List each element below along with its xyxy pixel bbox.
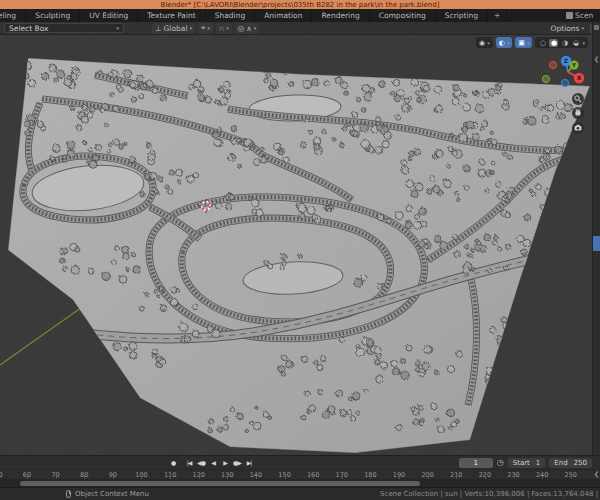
current-frame-field[interactable]: 1 xyxy=(459,458,493,468)
expand-panel-arrow[interactable]: ❮ xyxy=(594,55,599,62)
chevron-down-icon: ▾ xyxy=(226,25,229,31)
workspace-tabs: ModelingSculptingUV EditingTexture Paint… xyxy=(0,9,507,22)
scene-icon xyxy=(566,12,573,19)
playback-controls: ●|◀◀●◀▶●▶▶| xyxy=(168,457,254,468)
viewport-scene[interactable]: Z Y X xyxy=(0,35,600,455)
ruler-frame-label: 50 xyxy=(0,471,9,479)
scrollbar-thumb[interactable] xyxy=(20,481,420,486)
options-dropdown[interactable]: Options ▾ xyxy=(551,24,584,33)
svg-text:Z: Z xyxy=(564,57,569,64)
scene-stats: Scene Collection | sun | Verts:10,396,00… xyxy=(380,490,598,498)
axis-y-neg-handle[interactable] xyxy=(542,75,549,82)
snapping-dropdown[interactable]: ∩ ▾ xyxy=(216,23,232,34)
transform-orientation-dropdown[interactable]: ⊥ Global ▾ xyxy=(152,23,195,34)
shading-material-preview-button[interactable]: ◑ xyxy=(560,39,569,47)
frame-range-controls: 1 ◷ Start 1 End 250 xyxy=(459,458,592,468)
proportional-icon: ◎ xyxy=(238,24,245,33)
scene-selector[interactable]: Scen xyxy=(566,9,600,22)
chevron-down-icon[interactable]: ▾ xyxy=(582,40,585,46)
shading-rendered-button[interactable]: ◒ xyxy=(571,39,580,47)
workspace-tab-rendering[interactable]: Rendering xyxy=(312,9,369,22)
chevron-down-icon: ▾ xyxy=(507,40,510,46)
overlays-icon: ◐ xyxy=(499,39,505,47)
start-value: 1 xyxy=(536,459,540,467)
axis-x-neg-handle[interactable] xyxy=(549,61,556,68)
svg-text:X: X xyxy=(577,74,582,81)
chevron-down-icon: ▾ xyxy=(254,25,257,31)
xray-icon: ▣ xyxy=(518,39,525,47)
tool-header: Select Box ▾ ⊥ Global ▾ ⌖ ▾ ∩ ▾ ◎ ∧ ▾ xyxy=(0,22,600,35)
active-tool-label: Select Box xyxy=(9,24,48,33)
auto-key-button[interactable]: ● xyxy=(168,457,178,468)
topbar: ModelingSculptingUV EditingTexture Paint… xyxy=(0,9,600,22)
end-label: End xyxy=(554,459,567,467)
active-tool-dropdown[interactable]: Select Box ▾ xyxy=(4,23,124,33)
workspace-tab-texture-paint[interactable]: Texture Paint xyxy=(138,9,205,22)
play-button[interactable]: ▶ xyxy=(220,457,230,468)
nav-buttons xyxy=(572,93,584,134)
header-middle-cluster: ⊥ Global ▾ ⌖ ▾ ∩ ▾ ◎ ∧ ▾ xyxy=(152,23,259,34)
chevron-down-icon: ▾ xyxy=(527,40,530,46)
shading-mode-group: ○●◑◒▾ xyxy=(535,37,588,48)
workspace-tab-sculpting[interactable]: Sculpting xyxy=(26,9,80,22)
chevron-down-icon: ▾ xyxy=(189,25,192,31)
show-overlays-toggle[interactable]: ◐ ▾ xyxy=(496,37,513,48)
zoom-button[interactable] xyxy=(572,93,584,105)
editor-icon xyxy=(594,25,599,30)
end-frame-field[interactable]: End 250 xyxy=(549,458,592,468)
show-gizmo-dropdown[interactable]: ◉ ▾ xyxy=(476,37,493,48)
shading-solid-button[interactable]: ● xyxy=(549,39,558,47)
right-region-strip: ❮ xyxy=(592,22,600,455)
viewport-3d[interactable]: ◉ ▾ ◐ ▾ ▣ ▾ ○●◑◒▾ xyxy=(0,35,600,455)
workspace-tab-animation[interactable]: Animation xyxy=(255,9,312,22)
timeline-ruler[interactable]: 5060708090100110120130140150160170180190… xyxy=(0,469,600,479)
jump-to-end-button[interactable]: ▶| xyxy=(244,457,254,468)
window-titlebar: Blender* [C:\LAVORI\Blender\projects\035… xyxy=(0,0,600,9)
workspace-tab-scripting[interactable]: Scripting xyxy=(436,9,488,22)
axis-z-neg-handle[interactable] xyxy=(561,79,568,86)
sidebar-active-tab[interactable] xyxy=(593,236,600,251)
timeline-header: ●|◀◀●◀▶●▶▶| 1 ◷ Start 1 End 250 xyxy=(0,455,600,469)
orientation-icon: ⊥ xyxy=(155,24,162,33)
workspace-tab-uv-editing[interactable]: UV Editing xyxy=(80,9,138,22)
timeline-scrollbar[interactable] xyxy=(0,479,600,487)
camera-view-button[interactable] xyxy=(572,122,584,134)
prev-keyframe-button[interactable]: ◀● xyxy=(196,457,206,468)
play-reverse-button[interactable]: ◀ xyxy=(208,457,218,468)
workspace-tab-modeling[interactable]: Modeling xyxy=(0,9,26,22)
proportional-editing-dropdown[interactable]: ◎ ∧ ▾ xyxy=(235,23,260,34)
chevron-down-icon: ▾ xyxy=(207,25,210,31)
mouse-icon xyxy=(66,490,71,498)
clock-icon: ◷ xyxy=(497,458,504,467)
falloff-icon: ∧ xyxy=(246,24,252,33)
gizmo-icon: ◉ xyxy=(479,39,485,47)
pivot-point-dropdown[interactable]: ⌖ ▾ xyxy=(198,23,213,34)
next-keyframe-button[interactable]: ●▶ xyxy=(232,457,242,468)
viewport-shading-controls: ◉ ▾ ◐ ▾ ▣ ▾ ○●◑◒▾ xyxy=(476,37,588,48)
jump-to-start-button[interactable]: |◀ xyxy=(184,457,194,468)
blender-window: Blender* [C:\LAVORI\Blender\projects\035… xyxy=(0,0,600,500)
start-label: Start xyxy=(513,459,530,467)
start-frame-field[interactable]: Start 1 xyxy=(508,458,546,468)
shading-wireframe-button[interactable]: ○ xyxy=(538,39,547,47)
add-workspace-button[interactable]: + xyxy=(488,9,507,22)
chevron-down-icon: ▾ xyxy=(116,25,119,31)
context-menu-hint: Object Context Menu xyxy=(75,490,149,498)
window-title: Blender* [C:\LAVORI\Blender\projects\035… xyxy=(161,1,440,9)
magnet-icon: ∩ xyxy=(219,24,225,33)
status-bar: Object Context Menu Scene Collection | s… xyxy=(0,487,600,500)
chevron-down-icon: ▾ xyxy=(487,40,490,46)
chevron-down-icon: ▾ xyxy=(581,25,584,31)
expand-timeline-arrow[interactable]: ❮ xyxy=(594,470,599,477)
end-value: 250 xyxy=(574,459,587,467)
workspace-tab-compositing[interactable]: Compositing xyxy=(370,9,436,22)
orientation-label: Global xyxy=(164,24,188,33)
xray-toggle[interactable]: ▣ ▾ xyxy=(515,37,532,48)
workspace-tab-shading[interactable]: Shading xyxy=(206,9,255,22)
scene-name: Scen xyxy=(575,11,593,20)
status-left: Object Context Menu xyxy=(66,490,149,498)
pivot-icon: ⌖ xyxy=(201,23,205,33)
options-label: Options xyxy=(551,24,580,33)
pan-hand-button[interactable] xyxy=(572,107,584,119)
